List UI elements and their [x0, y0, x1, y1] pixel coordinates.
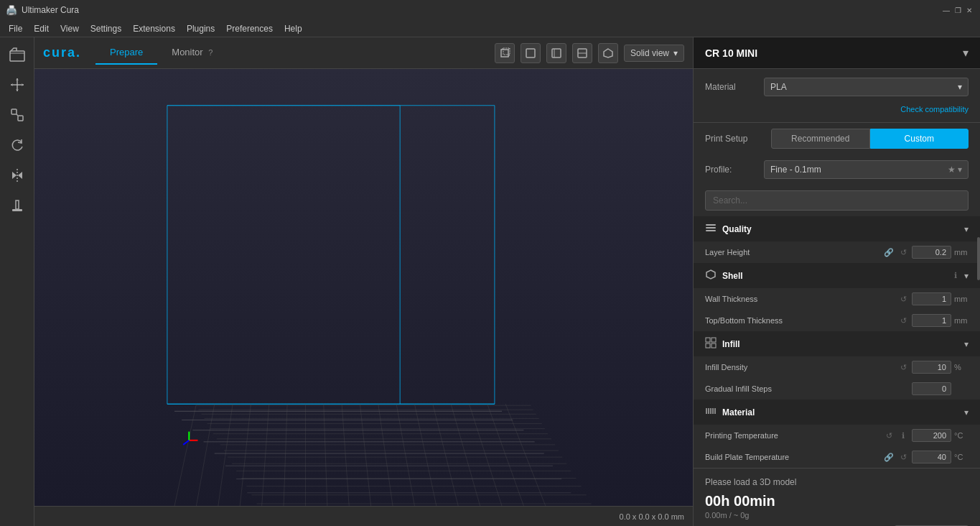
infill-section-header-left: Infill: [705, 337, 740, 351]
search-input[interactable]: [705, 190, 969, 211]
shell-info-icon[interactable]: ℹ: [950, 271, 961, 280]
infill-density-reset-icon[interactable]: ↺: [897, 363, 909, 372]
check-compatibility-link[interactable]: Check compatibility: [694, 105, 980, 122]
printing-temp-input[interactable]: [912, 429, 951, 442]
print-setup-row: Print Setup Recommended Custom: [694, 122, 980, 154]
layer-height-link-icon[interactable]: 🔗: [883, 248, 895, 257]
infill-chevron-icon: ▾: [964, 339, 969, 349]
load-model-text: Please load a 3D model: [705, 477, 969, 487]
wall-thickness-controls: ↺ mm: [897, 292, 969, 305]
material-section-header[interactable]: Material ▾: [694, 400, 980, 425]
view-btn-back[interactable]: [546, 43, 566, 63]
profile-value: Fine - 0.1mm: [770, 165, 821, 175]
infill-density-controls: ↺ %: [897, 361, 969, 374]
wall-thickness-input[interactable]: [912, 292, 951, 305]
shell-section-header-left: Shell: [705, 269, 743, 282]
topbottom-reset-icon[interactable]: ↺: [897, 316, 909, 326]
sidebar-btn-mirror[interactable]: [3, 161, 32, 190]
infill-density-input[interactable]: [912, 361, 951, 374]
printing-temp-controls: ↺ ℹ °C: [883, 429, 969, 442]
quality-section-icon: [705, 222, 717, 236]
title-bar-controls: — ❐ ✕: [941, 5, 974, 15]
build-plate-temp-label: Build Plate Temperature: [705, 453, 883, 461]
svg-marker-9: [18, 172, 22, 179]
view-btn-perspective[interactable]: [495, 43, 515, 63]
build-plate-temp-input[interactable]: [912, 451, 951, 463]
toolbar-right: Solid view ▾: [495, 43, 684, 63]
tab-prepare[interactable]: Prepare: [95, 41, 157, 65]
material-section-icon: [705, 405, 717, 419]
profile-label: Profile:: [705, 165, 755, 175]
viewport[interactable]: [34, 69, 693, 506]
panel-printer-name: CR 10 MINI: [705, 47, 757, 59]
scrollbar[interactable]: [977, 237, 980, 280]
layer-height-input[interactable]: [912, 246, 951, 259]
right-panel: CR 10 MINI ▾ Material PLA ▾ Check compat…: [693, 37, 980, 526]
sidebar-btn-scale[interactable]: [3, 101, 32, 129]
wall-thickness-label: Wall Thickness: [705, 295, 897, 303]
printing-temp-reset-icon[interactable]: ↺: [883, 431, 895, 440]
build-plate-link-icon[interactable]: 🔗: [883, 453, 895, 462]
maximize-btn[interactable]: ❐: [953, 5, 963, 15]
title-bar: 🖨️ Ultimaker Cura — ❐ ✕: [0, 0, 980, 20]
sidebar-btn-support[interactable]: [3, 191, 32, 220]
menu-settings[interactable]: Settings: [85, 20, 127, 37]
svg-rect-5: [18, 116, 23, 121]
topbottom-thickness-row: Top/Bottom Thickness ↺ mm: [694, 310, 980, 331]
view-btn-left[interactable]: [572, 43, 592, 63]
close-btn[interactable]: ✕: [964, 5, 974, 15]
wall-thickness-reset-icon[interactable]: ↺: [897, 295, 909, 304]
view-btn-front[interactable]: [521, 43, 541, 63]
menu-preferences[interactable]: Preferences: [220, 20, 279, 37]
topbottom-thickness-input[interactable]: [912, 314, 951, 327]
app-icon: 🖨️: [6, 5, 17, 16]
minimize-btn[interactable]: —: [941, 5, 951, 15]
topbottom-thickness-label: Top/Bottom Thickness: [705, 316, 897, 325]
menu-view[interactable]: View: [55, 20, 85, 37]
chevron-down-icon: ▾: [673, 48, 678, 58]
material-select[interactable]: PLA ▾: [764, 78, 969, 96]
shell-section-header[interactable]: Shell ℹ ▾: [694, 263, 980, 288]
infill-section-icon: [705, 337, 717, 351]
menu-help[interactable]: Help: [279, 20, 308, 37]
material-row: Material PLA ▾: [694, 69, 980, 105]
sidebar-btn-rotate[interactable]: [3, 131, 32, 160]
shell-section-icon: [705, 269, 717, 282]
infill-density-row: Infill Density ↺ %: [694, 356, 980, 378]
svg-rect-18: [552, 49, 561, 57]
menu-plugins[interactable]: Plugins: [181, 20, 220, 37]
svg-rect-81: [706, 338, 710, 342]
printing-temp-info-icon[interactable]: ℹ: [897, 431, 909, 440]
recommended-btn[interactable]: Recommended: [771, 129, 870, 149]
layer-height-reset-icon[interactable]: ↺: [897, 248, 909, 257]
shell-section-title: Shell: [722, 271, 743, 281]
material-value: PLA: [770, 82, 787, 92]
quality-section-header[interactable]: Quality ▾: [694, 216, 980, 241]
quality-section-title: Quality: [722, 224, 752, 234]
custom-btn[interactable]: Custom: [870, 129, 969, 149]
panel-toggle-btn[interactable]: ▾: [963, 46, 969, 60]
view-btn-top[interactable]: [598, 43, 618, 63]
svg-rect-12: [501, 50, 508, 57]
svg-rect-11: [16, 200, 19, 209]
menu-file[interactable]: File: [3, 20, 28, 37]
menu-edit[interactable]: Edit: [28, 20, 55, 37]
view-mode-dropdown[interactable]: Solid view ▾: [624, 45, 684, 62]
build-plate-reset-icon[interactable]: ↺: [897, 453, 909, 462]
svg-marker-22: [604, 49, 612, 57]
tab-monitor[interactable]: Monitor ?: [157, 41, 227, 65]
profile-select[interactable]: Fine - 0.1mm ★ ▾: [764, 160, 969, 179]
menu-extensions[interactable]: Extensions: [127, 20, 181, 37]
monitor-help-icon: ?: [208, 48, 213, 57]
svg-rect-4: [11, 109, 17, 114]
quality-chevron-icon: ▾: [964, 224, 969, 234]
gradual-infill-input[interactable]: [912, 382, 951, 395]
quality-section-header-left: Quality: [705, 222, 752, 236]
infill-section-header[interactable]: Infill ▾: [694, 331, 980, 356]
sidebar-btn-open[interactable]: [3, 40, 32, 69]
sidebar-btn-move[interactable]: [3, 70, 32, 99]
material-section-title: Material: [722, 407, 755, 417]
title-bar-left: 🖨️ Ultimaker Cura: [6, 5, 79, 16]
infill-density-label: Infill Density: [705, 363, 897, 372]
printing-temp-label: Printing Temperature: [705, 431, 883, 440]
